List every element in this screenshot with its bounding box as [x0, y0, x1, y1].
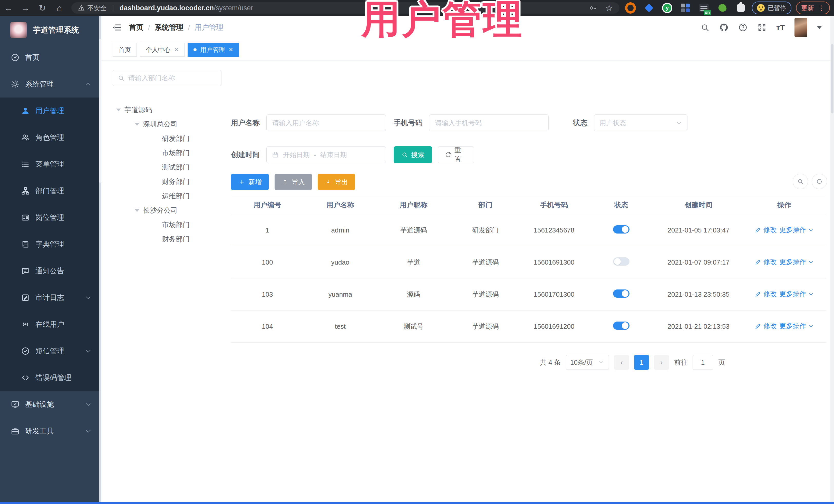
status-toggle[interactable] — [613, 225, 630, 234]
adblock-extension-icon[interactable] — [625, 3, 636, 13]
refresh-table-button[interactable] — [812, 174, 827, 189]
help-icon[interactable] — [738, 23, 748, 32]
import-button[interactable]: 导入 — [275, 174, 312, 190]
fullscreen-icon[interactable] — [757, 23, 767, 32]
avatar-caret-icon[interactable] — [817, 26, 822, 29]
sidebar-item-menu-mgmt[interactable]: 菜单管理 — [0, 151, 99, 178]
browser-back-icon[interactable]: ← — [0, 3, 17, 13]
close-icon[interactable]: ✕ — [174, 46, 179, 53]
browser-home-icon[interactable]: ⌂ — [51, 3, 68, 13]
not-secure-badge[interactable]: 不安全 — [78, 4, 107, 12]
sidebar-scrollbar[interactable] — [99, 16, 101, 504]
username-input[interactable] — [272, 119, 380, 127]
next-page-button[interactable]: › — [654, 355, 669, 370]
close-icon[interactable]: ✕ — [228, 46, 233, 53]
browser-forward-icon[interactable]: → — [17, 3, 34, 13]
url-path: /system/user — [214, 4, 253, 12]
more-actions-link[interactable]: 更多操作 — [780, 225, 814, 234]
sidebar-item-role-mgmt[interactable]: 角色管理 — [0, 124, 99, 151]
export-button[interactable]: 导出 — [318, 174, 355, 190]
search-button[interactable]: 搜索 — [394, 146, 432, 163]
breadcrumb-home[interactable]: 首页 — [129, 23, 144, 32]
dept-search-box[interactable] — [113, 70, 221, 86]
bookmark-star-icon[interactable]: ☆ — [605, 3, 613, 13]
edit-link[interactable]: 修改 — [755, 322, 777, 330]
sidebar-item-dict-mgmt[interactable]: 字典管理 — [0, 231, 99, 258]
tree-expand-icon[interactable] — [116, 109, 121, 111]
pencil-icon — [755, 323, 761, 329]
sidebar-item-sms-mgmt[interactable]: 短信管理 — [0, 338, 99, 365]
edit-link[interactable]: 修改 — [755, 225, 777, 234]
browser-update-button[interactable]: 更新 ⋮ — [796, 2, 830, 14]
page-number-1[interactable]: 1 — [634, 355, 649, 370]
user-avatar[interactable] — [794, 18, 807, 37]
hamburger-icon[interactable] — [112, 22, 122, 32]
tree-node[interactable]: 长沙分公司 — [113, 203, 221, 218]
add-button[interactable]: ＋ 新增 — [231, 174, 269, 190]
goto-page-input[interactable] — [693, 355, 713, 370]
edit-link[interactable]: 修改 — [755, 289, 777, 299]
sidebar-item-audit-log[interactable]: 审计日志 — [0, 284, 99, 311]
reset-button[interactable]: 重置 — [438, 146, 474, 163]
status-toggle[interactable] — [613, 322, 630, 330]
sidebar-item-user-mgmt[interactable]: 用户管理 — [0, 97, 99, 124]
status-toggle[interactable] — [613, 289, 630, 298]
prev-page-button[interactable]: ‹ — [614, 355, 629, 370]
toolbox-icon — [11, 427, 20, 436]
toggle-search-button[interactable] — [793, 174, 808, 189]
pagination: 共 4 条 10条/页 ‹ 1 › 前往 页 — [540, 355, 725, 370]
chevron-down-icon — [676, 120, 682, 126]
date-range-picker[interactable]: 开始日期 - 结束日期 — [266, 146, 386, 163]
breadcrumb-system[interactable]: 系统管理 — [155, 23, 183, 32]
tab-profile[interactable]: 个人中心 ✕ — [140, 43, 184, 57]
sidebar-item-system[interactable]: 系统管理 — [0, 71, 99, 97]
tab-user-mgmt[interactable]: 用户管理 ✕ — [188, 43, 239, 57]
browser-menu-dots-icon[interactable]: ⋮ — [818, 4, 825, 12]
dept-search-input[interactable] — [128, 74, 217, 82]
switcher-extension-icon[interactable]: on — [699, 3, 709, 13]
app-logo[interactable]: 芋道管理系统 — [0, 16, 101, 44]
search-icon[interactable] — [700, 23, 709, 32]
sidebar-item-home[interactable]: 首页 — [0, 44, 99, 71]
tree-node[interactable]: 运维部门 — [113, 189, 221, 203]
font-size-icon[interactable]: тT — [776, 23, 785, 32]
tree-node[interactable]: 财务部门 — [113, 232, 221, 246]
browser-profile-chip[interactable]: 已暂停 — [752, 2, 791, 14]
sidebar-item-errcode-mgmt[interactable]: 错误码管理 — [0, 365, 99, 391]
tree-node[interactable]: 芋道源码 — [113, 103, 221, 117]
more-actions-link[interactable]: 更多操作 — [780, 289, 814, 299]
grid-extension-icon[interactable] — [680, 3, 691, 13]
more-actions-link[interactable]: 更多操作 — [780, 322, 814, 330]
tree-node[interactable]: 财务部门 — [113, 175, 221, 189]
tree-node[interactable]: 市场部门 — [113, 146, 221, 160]
tree-expand-icon[interactable] — [135, 123, 139, 126]
page-size-select[interactable]: 10条/页 — [566, 355, 609, 370]
password-key-icon[interactable] — [589, 4, 597, 12]
tree-node[interactable]: 市场部门 — [113, 218, 221, 232]
sidebar-item-devtools[interactable]: 研发工具 — [0, 418, 99, 444]
gem-extension-icon[interactable] — [643, 3, 654, 13]
page-scrollbar[interactable] — [830, 16, 834, 504]
status-toggle[interactable] — [613, 257, 630, 266]
more-actions-link[interactable]: 更多操作 — [780, 257, 814, 266]
sidebar-item-notice[interactable]: 通知公告 — [0, 258, 99, 284]
tree-node[interactable]: 深圳总公司 — [113, 117, 221, 131]
github-icon[interactable] — [719, 23, 728, 32]
sidebar-item-dept-mgmt[interactable]: 部门管理 — [0, 178, 99, 204]
puzzle-extensions-icon[interactable] — [736, 3, 746, 13]
status-select[interactable]: 用户状态 — [594, 114, 687, 131]
mobile-input[interactable] — [435, 119, 543, 127]
tree-node[interactable]: 测试部门 — [113, 160, 221, 175]
address-bar[interactable]: 不安全 | dashboard.yudao.iocoder.cn /system… — [71, 2, 619, 14]
tab-home[interactable]: 首页 — [113, 43, 137, 57]
sidebar-item-infra[interactable]: 基础设施 — [0, 391, 99, 418]
sidebar-item-post-mgmt[interactable]: 岗位管理 — [0, 204, 99, 231]
tree-node[interactable]: 研发部门 — [113, 131, 221, 146]
sidebar-item-online-users[interactable]: 在线用户 — [0, 311, 99, 338]
browser-reload-icon[interactable]: ↻ — [34, 3, 51, 13]
edit-link[interactable]: 修改 — [755, 257, 777, 266]
green-key-extension-icon[interactable] — [717, 3, 728, 13]
y-extension-icon[interactable]: y — [662, 3, 672, 13]
tree-expand-icon[interactable] — [135, 209, 139, 212]
table-row: 103 yuanma 源码 芋道源码 15601701300 2021-01-1… — [231, 279, 826, 310]
